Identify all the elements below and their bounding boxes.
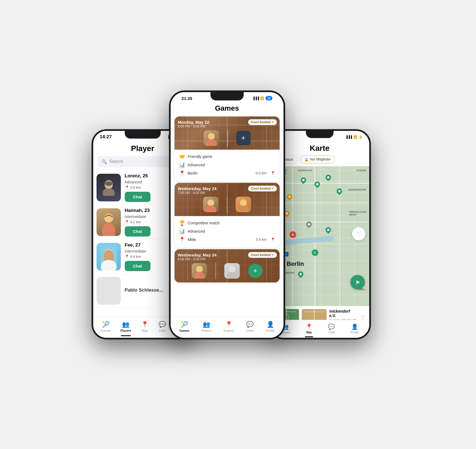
player-avatar-pablo xyxy=(97,277,121,305)
handshake-icon-1: 🤝 xyxy=(179,154,185,160)
nav-players-left[interactable]: 👥 Players xyxy=(118,320,133,333)
nav-players-center[interactable]: 👥 Players xyxy=(199,320,214,333)
berlin-label: Berlin xyxy=(287,260,304,268)
game-location-1: 📍 Berlin 0.0 km 📍 xyxy=(179,169,275,177)
map-action-heart[interactable]: ♡ xyxy=(352,227,365,240)
games-nav-icon-center: 🎾 xyxy=(181,321,188,328)
status-bar-center: 21:25 ▐▐▐ 📶 22 xyxy=(171,92,283,103)
game-card-2[interactable]: Wednesday, May 24 7:00 AM - 8:00 AM Cour… xyxy=(175,183,280,248)
status-icons-center: ▐▐▐ 📶 22 xyxy=(253,96,272,100)
court-booked-badge-1: Court booked ✓ xyxy=(248,119,277,125)
game-card-body-1: 🤝 Friendly game 📊 Advanced 📍 Berlin 0.0 … xyxy=(175,150,280,181)
map-nav-icon-right: 📍 xyxy=(306,323,313,330)
player-thumb-2b xyxy=(236,197,251,212)
profile-nav-icon-center: 👤 xyxy=(267,321,274,328)
filter-members[interactable]: 🔒 Nur Mitglieder xyxy=(300,155,335,163)
game-card-header-1: Monday, May 22 8:00 PM - 9:30 PM Court b… xyxy=(175,116,280,150)
search-icon: 🔍 xyxy=(102,159,107,164)
chat-nav-label-right: Chat xyxy=(329,331,334,334)
game-divider-2 xyxy=(227,196,227,213)
status-time-center: 21:25 xyxy=(182,96,192,101)
bottom-nav-center: 🎾 Games 👥 Players 📍 Explore 💬 Chats xyxy=(171,317,283,338)
map-area-label-2: NORDBAHN xyxy=(298,169,313,172)
profile-nav-label-right: Profile xyxy=(351,331,358,334)
svg-point-21 xyxy=(207,199,214,206)
player-avatar-lorenz xyxy=(97,174,121,201)
map-area-label-5: PRENZLAUENBERG xyxy=(349,211,366,216)
nav-chats-center[interactable]: 💬 Chats xyxy=(244,320,256,333)
game-divider-1 xyxy=(227,130,228,146)
game-players-row-1: + xyxy=(175,130,280,146)
venue-name: inickendorf e.V. xyxy=(329,309,358,318)
games-nav-label-center: Games xyxy=(179,329,189,332)
svg-point-23 xyxy=(240,199,247,206)
explore-nav-icon-center: 📍 xyxy=(225,321,233,328)
nav-chat-right[interactable]: 💬 Chat xyxy=(326,322,337,335)
svg-point-6 xyxy=(102,223,115,236)
game-date-3: Wednesday, May 24 8:00 PM - 9:30 PM xyxy=(178,253,217,261)
player-thumb-1a xyxy=(204,130,219,146)
chat-btn-lorenz[interactable]: Chat xyxy=(125,192,150,202)
nav-map-left[interactable]: 📍 Map xyxy=(139,320,151,333)
player-avatar-hannah xyxy=(97,208,121,236)
chat-btn-fee[interactable]: Chat xyxy=(125,261,150,271)
level-icon-1: 📊 xyxy=(179,162,185,168)
location-icon-2: 📍 xyxy=(179,237,185,243)
game-location-2: 📍 Mitte 3.6 km 📍 xyxy=(179,235,275,244)
game-card-3[interactable]: Wednesday, May 24 8:00 PM - 9:30 PM Cour… xyxy=(175,249,280,282)
nav-profile-right[interactable]: 👤 Profile xyxy=(348,322,361,335)
active-underline-left xyxy=(121,335,131,336)
nav-games-center[interactable]: 🎾 Games xyxy=(177,320,192,333)
notch-left xyxy=(125,131,161,139)
games-screen-title: Games xyxy=(171,103,283,115)
game-card-1[interactable]: Monday, May 22 8:00 PM - 9:30 PM Court b… xyxy=(175,116,280,181)
game-players-row-2 xyxy=(175,196,280,213)
add-player-btn-1[interactable]: + xyxy=(236,131,251,145)
svg-point-17 xyxy=(206,139,217,146)
players-nav-icon-center: 👥 xyxy=(203,321,210,328)
map-road-3 xyxy=(339,166,340,306)
games-list: Monday, May 22 8:00 PM - 9:30 PM Court b… xyxy=(171,115,283,338)
players-nav-label-center: Players xyxy=(201,329,212,332)
map-road-2 xyxy=(314,166,315,306)
nav-profile-center[interactable]: 👤 Profile xyxy=(264,320,277,333)
heart-pin: ♥ xyxy=(290,231,296,238)
trophy-icon-2: 🏆 xyxy=(179,220,185,226)
battery-level: 22 xyxy=(266,96,272,100)
svg-point-24 xyxy=(238,206,249,212)
game-card-header-2: Wednesday, May 24 7:00 AM - 8:00 AM Cour… xyxy=(175,183,280,216)
nav-explore-center[interactable]: 📍 Explore xyxy=(222,320,236,333)
game-date-1: Monday, May 22 8:00 PM - 9:30 PM xyxy=(178,120,209,128)
svg-point-30 xyxy=(229,266,235,272)
location-icon-1: 📍 xyxy=(179,170,185,176)
nav-map-right[interactable]: 📍 Map xyxy=(303,322,315,335)
game-card-header-3: Wednesday, May 24 8:00 PM - 9:30 PM Cour… xyxy=(175,249,280,282)
route-badge: C xyxy=(312,249,318,256)
game-level-2: 📊 Advanced xyxy=(179,227,275,235)
game-card-body-2: 🏆 Competitive match 📊 Advanced 📍 Mitte 3… xyxy=(175,216,280,248)
nav-chat-left[interactable]: 💬 Chat xyxy=(156,320,168,333)
chat-btn-hannah[interactable]: Chat xyxy=(125,226,150,237)
profile-nav-icon-right: 👤 xyxy=(351,323,358,330)
player-thumb-3b xyxy=(224,263,240,279)
game-date-2: Wednesday, May 24 7:00 AM - 8:00 AM xyxy=(178,186,217,195)
player-thumb-3a xyxy=(192,263,207,279)
game-players-row-3: + xyxy=(175,263,280,279)
game-divider-3 xyxy=(215,263,216,279)
chat-nav-icon-right: 💬 xyxy=(328,323,335,330)
notch-center xyxy=(210,92,244,100)
map-area-label-4: HEINERSDORF xyxy=(348,188,366,191)
svg-point-16 xyxy=(208,133,215,140)
add-player-btn-3[interactable]: + xyxy=(248,264,262,278)
nav-games-left[interactable]: 🎾 Games xyxy=(98,320,113,333)
active-underline-right xyxy=(305,336,313,337)
svg-point-22 xyxy=(205,206,216,212)
map-nav-btn[interactable]: ➤ xyxy=(350,275,365,289)
court-booked-badge-3: Court booked ✓ xyxy=(248,252,277,258)
svg-point-28 xyxy=(196,266,203,272)
map-area-label-3: KAROW xyxy=(357,169,366,172)
chat-label-left: Chat xyxy=(159,329,165,332)
game-type-2: 🏆 Competitive match xyxy=(179,219,275,227)
court-booked-badge-2: Court booked ✓ xyxy=(248,186,277,191)
chats-nav-icon-center: 💬 xyxy=(246,321,254,328)
